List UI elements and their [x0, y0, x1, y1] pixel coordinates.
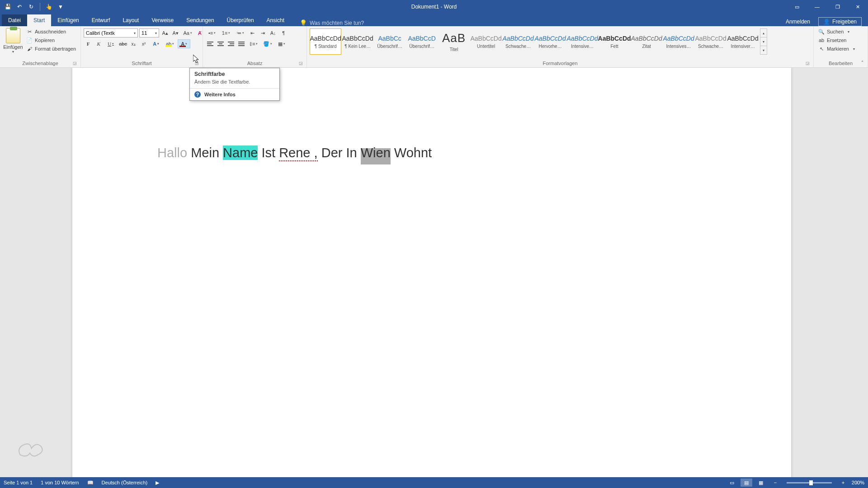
close-icon[interactable]: ✕: [848, 0, 868, 14]
scroll-up-icon[interactable]: ▴: [760, 29, 767, 38]
status-page[interactable]: Seite 1 von 1: [4, 480, 33, 485]
page[interactable]: Hallo Mein Name Ist Rene , Der In Wien W…: [72, 68, 791, 477]
numbering-button[interactable]: 1≡▾: [220, 28, 232, 38]
text-run[interactable]: Wien: [361, 148, 391, 164]
redo-icon[interactable]: ↻: [26, 2, 36, 12]
view-print-icon[interactable]: ▤: [741, 479, 752, 487]
strike-button[interactable]: abc: [118, 39, 127, 48]
style-tile[interactable]: AaBbCcDd¶ Kein Lee…: [342, 28, 373, 55]
line-spacing-button[interactable]: ‡≡▾: [247, 39, 260, 48]
text-run[interactable]: Rene ,: [279, 145, 317, 161]
bullets-button[interactable]: •≡▾: [206, 28, 218, 38]
save-icon[interactable]: 💾: [3, 2, 13, 12]
text-run[interactable]: Der In: [318, 145, 361, 160]
text-run[interactable]: Name: [223, 145, 258, 160]
sort-button[interactable]: A↓: [269, 28, 278, 38]
align-right-button[interactable]: [226, 39, 236, 48]
dialog-launcher-icon[interactable]: ◲: [193, 60, 200, 66]
text-run[interactable]: Mein: [187, 145, 223, 160]
style-tile[interactable]: AaBbCcÜberschrif…: [374, 28, 406, 55]
bold-button[interactable]: F: [84, 39, 93, 48]
select-button[interactable]: ↖Markieren▾: [816, 45, 857, 52]
tab-start[interactable]: Start: [27, 14, 51, 26]
tab-file[interactable]: Datei: [2, 14, 27, 26]
document-text[interactable]: Hallo Mein Name Ist Rene , Der In Wien W…: [157, 145, 432, 160]
tab-review[interactable]: Überprüfen: [221, 14, 260, 26]
style-tile[interactable]: AaBbCcDd¶ Standard: [310, 28, 341, 55]
show-marks-button[interactable]: ¶: [279, 28, 288, 38]
style-tile[interactable]: AaBbCcDdZitat: [631, 28, 662, 55]
format-painter-button[interactable]: 🖌Format übertragen: [24, 45, 78, 52]
multilevel-button[interactable]: ≔▾: [234, 28, 246, 38]
styles-scrollbar[interactable]: ▴▾▾: [760, 28, 767, 55]
tab-view[interactable]: Ansicht: [260, 14, 291, 26]
style-tile[interactable]: AaBbCcDdUntertitel: [470, 28, 502, 55]
qat-dropdown-icon[interactable]: ▼: [56, 2, 66, 12]
styles-expand-icon[interactable]: ▾: [760, 46, 767, 54]
view-read-icon[interactable]: ▭: [726, 479, 738, 487]
macro-icon[interactable]: ▶: [156, 480, 159, 486]
status-wordcount[interactable]: 1 von 10 Wörtern: [41, 480, 79, 485]
style-tile[interactable]: AaBbCcDdSchwache…: [502, 28, 534, 55]
shrink-font-button[interactable]: A▾: [171, 28, 180, 38]
grow-font-button[interactable]: A▴: [160, 28, 170, 38]
italic-button[interactable]: K: [94, 39, 103, 48]
signin-link[interactable]: Anmelden: [786, 19, 810, 25]
undo-icon[interactable]: ↶: [14, 2, 24, 12]
spellcheck-icon[interactable]: 📖: [87, 480, 94, 486]
text-run[interactable]: Ist: [258, 145, 279, 160]
tooltip-more-info[interactable]: ? Weitere Infos: [190, 89, 279, 100]
subscript-button[interactable]: x₂: [129, 39, 138, 48]
dialog-launcher-icon[interactable]: ◲: [71, 60, 78, 66]
style-tile[interactable]: AaBbCcDdHervorhe…: [534, 28, 566, 55]
zoom-in-icon[interactable]: +: [837, 479, 849, 487]
view-web-icon[interactable]: ▦: [755, 479, 767, 487]
text-effects-button[interactable]: A▾: [150, 39, 162, 48]
justify-button[interactable]: [237, 39, 246, 48]
text-run[interactable]: Wohnt: [391, 145, 432, 160]
font-size-combo[interactable]: 11▾: [139, 28, 159, 38]
highlight-button[interactable]: ab▾: [164, 39, 176, 48]
style-tile[interactable]: AaBbCcDdIntensive…: [566, 28, 598, 55]
increase-indent-button[interactable]: ⇥: [258, 28, 267, 38]
zoom-level[interactable]: 200%: [852, 480, 864, 485]
style-tile[interactable]: AaBbCcDdIntensiver…: [727, 28, 759, 55]
font-name-combo[interactable]: Calibri (Textk▾: [84, 28, 138, 38]
borders-button[interactable]: ▦▾: [275, 39, 288, 48]
dialog-launcher-icon[interactable]: ◲: [804, 60, 811, 66]
maximize-icon[interactable]: ❐: [827, 0, 848, 14]
share-button[interactable]: 👤 Freigeben: [818, 17, 862, 26]
style-tile[interactable]: AaBbCcDdFett: [599, 28, 630, 55]
collapse-ribbon-icon[interactable]: ˄: [858, 59, 866, 66]
status-language[interactable]: Deutsch (Österreich): [102, 480, 147, 485]
underline-button[interactable]: U▾: [104, 39, 117, 48]
tab-mailings[interactable]: Sendungen: [180, 14, 220, 26]
text-run[interactable]: Hallo: [157, 145, 187, 160]
minimize-icon[interactable]: —: [807, 0, 827, 14]
tab-design[interactable]: Entwurf: [85, 14, 117, 26]
tab-layout[interactable]: Layout: [116, 14, 145, 26]
touch-mode-icon[interactable]: 👆: [44, 2, 54, 12]
style-tile[interactable]: AaBbCcDÜberschrif…: [406, 28, 438, 55]
zoom-out-icon[interactable]: −: [769, 479, 781, 487]
scroll-down-icon[interactable]: ▾: [760, 38, 767, 46]
replace-button[interactable]: abErsetzen: [816, 37, 857, 44]
zoom-slider[interactable]: [787, 482, 832, 483]
find-button[interactable]: 🔍Suchen▾: [816, 28, 857, 35]
paste-button[interactable]: Einfügen ▾: [3, 27, 24, 54]
tab-references[interactable]: Verweise: [145, 14, 180, 26]
shading-button[interactable]: 🪣▾: [261, 39, 274, 48]
change-case-button[interactable]: Aa▾: [181, 28, 194, 38]
font-color-button[interactable]: A▾: [178, 39, 190, 48]
ribbon-options-icon[interactable]: ▭: [787, 0, 807, 14]
align-center-button[interactable]: [216, 39, 225, 48]
style-tile[interactable]: AaBbCcDdSchwache…: [695, 28, 726, 55]
cut-button[interactable]: ✂Ausschneiden: [24, 28, 78, 35]
copy-button[interactable]: 📄Kopieren: [24, 37, 78, 44]
style-tile[interactable]: AaBTitel: [438, 28, 470, 55]
dialog-launcher-icon[interactable]: ◲: [297, 60, 304, 66]
align-left-button[interactable]: [206, 39, 215, 48]
tell-me-search[interactable]: 💡 Was möchten Sie tun?: [300, 19, 364, 26]
tab-insert[interactable]: Einfügen: [51, 14, 85, 26]
decrease-indent-button[interactable]: ⇤: [248, 28, 257, 38]
